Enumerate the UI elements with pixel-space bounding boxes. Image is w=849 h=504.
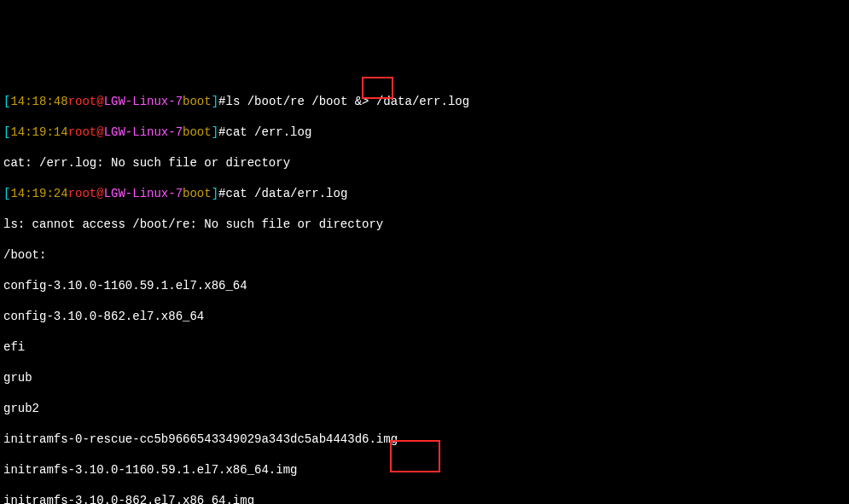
- bracket-close: ]: [212, 187, 218, 200]
- command-text: ls /boot/re /boot &> /data/err.log: [225, 95, 469, 108]
- prompt-time: 14:19:14: [10, 125, 67, 139]
- output-line: cat: /err.log: No such file or directory: [3, 155, 846, 171]
- prompt-time: 14:18:48: [10, 95, 67, 108]
- prompt-at: @: [96, 187, 103, 200]
- output-line: initramfs-3.10.0-862.el7.x86_64.img: [3, 493, 846, 504]
- output-line: config-3.10.0-1160.59.1.el7.x86_64: [3, 278, 846, 293]
- prompt-user: root: [68, 95, 97, 108]
- output-line: config-3.10.0-862.el7.x86_64: [3, 309, 846, 324]
- prompt-user: root: [68, 187, 97, 200]
- prompt-at: @: [96, 125, 103, 139]
- prompt-line[interactable]: [14:19:14root@LGW-Linux-7boot]#cat /err.…: [3, 125, 846, 140]
- output-line: initramfs-0-rescue-cc5b9666543349029a343…: [3, 432, 846, 447]
- prompt-line[interactable]: [14:19:24root@LGW-Linux-7boot]#cat /data…: [3, 186, 846, 201]
- prompt-time: 14:19:24: [10, 187, 67, 200]
- bracket-close: ]: [212, 95, 218, 108]
- command-text: cat /err.log: [225, 125, 311, 139]
- output-line: /boot:: [3, 247, 846, 263]
- prompt-line[interactable]: [14:18:48root@LGW-Linux-7boot]#ls /boot/…: [3, 94, 846, 109]
- prompt-at: @: [96, 95, 103, 108]
- prompt-host: LGW-Linux-7: [104, 95, 183, 108]
- output-line: grub: [3, 370, 846, 385]
- prompt-user: root: [68, 125, 97, 139]
- prompt-path: boot: [183, 187, 212, 200]
- prompt-path: boot: [183, 95, 212, 108]
- prompt-path: boot: [183, 125, 212, 139]
- prompt-host: LGW-Linux-7: [104, 125, 183, 139]
- command-text: cat /data/err.log: [225, 187, 347, 200]
- terminal[interactable]: [14:18:48root@LGW-Linux-7boot]#ls /boot/…: [0, 77, 849, 504]
- output-line: ls: cannot access /boot/re: No such file…: [3, 217, 846, 232]
- output-line: initramfs-3.10.0-1160.59.1.el7.x86_64.im…: [3, 462, 846, 478]
- output-line: grub2: [3, 401, 846, 416]
- output-line: efi: [3, 339, 846, 355]
- prompt-host: LGW-Linux-7: [104, 187, 183, 200]
- bracket-close: ]: [212, 125, 218, 139]
